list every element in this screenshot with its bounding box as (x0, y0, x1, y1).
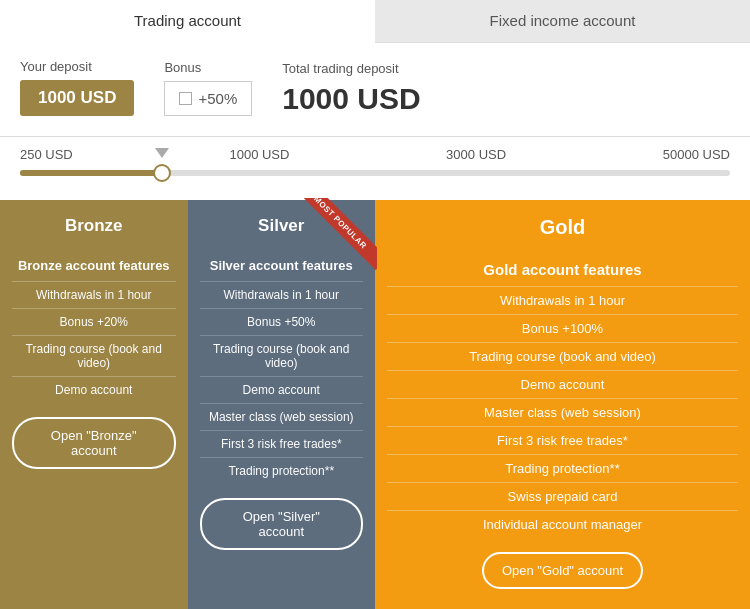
slider-thumb[interactable] (153, 164, 171, 182)
total-group: Total trading deposit 1000 USD (282, 61, 420, 116)
silver-feature-3: Demo account (200, 376, 364, 403)
gold-feature-5: First 3 risk free trades* (387, 426, 738, 454)
gold-header: Gold (375, 204, 750, 251)
deposit-row: Your deposit 1000 USD Bonus +50% Total t… (20, 59, 730, 116)
bronze-feature-2: Trading course (book and video) (12, 335, 176, 376)
account-tabs: Trading account Fixed income account (0, 0, 750, 43)
silver-body: Silver account features Withdrawals in 1… (188, 248, 376, 570)
tab-trading-label: Trading account (134, 12, 241, 29)
total-deposit-value: 1000 USD (282, 82, 420, 116)
gold-title: Gold account features (387, 261, 738, 278)
slider-section: 250 USD 1000 USD 3000 USD 50000 USD (0, 137, 750, 200)
slider-mark2-label: 3000 USD (446, 147, 506, 162)
gold-body: Gold account features Withdrawals in 1 h… (375, 251, 750, 609)
open-silver-button[interactable]: Open "Silver" account (200, 498, 364, 550)
gold-feature-7: Swiss prepaid card (387, 482, 738, 510)
silver-account: Silver Silver account features Withdrawa… (188, 200, 376, 609)
silver-feature-5: First 3 risk free trades* (200, 430, 364, 457)
gold-feature-2: Trading course (book and video) (387, 342, 738, 370)
slider-min-label: 250 USD (20, 147, 73, 162)
bonus-value: +50% (198, 90, 237, 107)
gold-feature-3: Demo account (387, 370, 738, 398)
gold-account: Gold Gold account features Withdrawals i… (375, 200, 750, 609)
bronze-header: Bronze (0, 204, 188, 248)
bonus-label: Bonus (164, 60, 252, 75)
bonus-group: Bonus +50% (164, 60, 252, 116)
bronze-account: Bronze Bronze account features Withdrawa… (0, 200, 188, 609)
slider-labels: 250 USD 1000 USD 3000 USD 50000 USD (20, 147, 730, 162)
gold-feature-1: Bonus +100% (387, 314, 738, 342)
most-popular-ribbon (297, 198, 377, 278)
bronze-feature-3: Demo account (12, 376, 176, 403)
slider-fill (20, 170, 162, 176)
silver-feature-4: Master class (web session) (200, 403, 364, 430)
deposit-section: Your deposit 1000 USD Bonus +50% Total t… (0, 43, 750, 137)
your-deposit-group: Your deposit 1000 USD (20, 59, 134, 116)
bonus-value-box[interactable]: +50% (164, 81, 252, 116)
bronze-title: Bronze account features (12, 258, 176, 273)
silver-feature-1: Bonus +50% (200, 308, 364, 335)
tab-trading-account[interactable]: Trading account (0, 0, 375, 43)
accounts-section: Bronze Bronze account features Withdrawa… (0, 200, 750, 609)
tab-fixed-label: Fixed income account (490, 12, 636, 29)
open-bronze-button[interactable]: Open "Bronze" account (12, 417, 176, 469)
total-deposit-label: Total trading deposit (282, 61, 420, 76)
gold-feature-4: Master class (web session) (387, 398, 738, 426)
slider-pointer (155, 148, 169, 158)
silver-feature-2: Trading course (book and video) (200, 335, 364, 376)
silver-feature-6: Trading protection** (200, 457, 364, 484)
gold-feature-0: Withdrawals in 1 hour (387, 286, 738, 314)
tab-fixed-income[interactable]: Fixed income account (375, 0, 750, 42)
open-gold-button[interactable]: Open "Gold" account (482, 552, 643, 589)
bonus-checkbox-icon[interactable] (179, 92, 192, 105)
gold-feature-8: Individual account manager (387, 510, 738, 538)
silver-feature-0: Withdrawals in 1 hour (200, 281, 364, 308)
bronze-feature-1: Bonus +20% (12, 308, 176, 335)
your-deposit-label: Your deposit (20, 59, 134, 74)
gold-feature-6: Trading protection** (387, 454, 738, 482)
bronze-body: Bronze account features Withdrawals in 1… (0, 248, 188, 489)
bronze-feature-0: Withdrawals in 1 hour (12, 281, 176, 308)
slider-track[interactable] (20, 170, 730, 176)
slider-mark1-label: 1000 USD (229, 147, 289, 162)
your-deposit-value: 1000 USD (20, 80, 134, 116)
slider-max-label: 50000 USD (663, 147, 730, 162)
